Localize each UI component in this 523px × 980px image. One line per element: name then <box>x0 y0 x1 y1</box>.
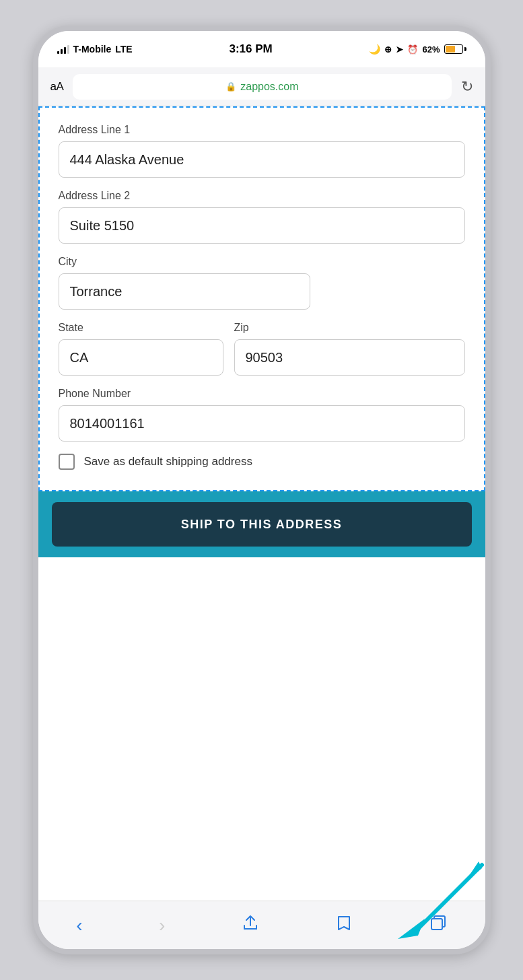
address-form: Address Line 1 Address Line 2 City <box>38 106 485 491</box>
carrier-info: T-Mobile LTE <box>57 44 133 55</box>
battery-percent: 62% <box>422 44 440 55</box>
zip-label: Zip <box>234 322 465 334</box>
url-text: zappos.com <box>240 81 298 93</box>
share-button[interactable] <box>242 914 259 936</box>
address-line-2-section: Address Line 2 <box>59 190 465 244</box>
aa-button[interactable]: aA <box>50 80 64 94</box>
arrow-icon: ➤ <box>396 44 403 55</box>
zip-section: Zip <box>234 322 465 376</box>
address-line-2-input[interactable] <box>59 207 465 244</box>
phone-label: Phone Number <box>59 388 465 400</box>
browser-bar: aA 🔒 zappos.com ↻ <box>38 67 485 106</box>
city-label: City <box>59 256 465 268</box>
city-input[interactable] <box>59 273 310 310</box>
state-section: State <box>59 322 223 376</box>
alarm-icon: ⏰ <box>407 44 418 55</box>
default-address-checkbox-row[interactable]: Save as default shipping address <box>59 454 465 470</box>
carrier-name: T-Mobile <box>73 44 112 55</box>
address-line-1-label: Address Line 1 <box>59 124 465 136</box>
back-button[interactable]: ‹ <box>76 915 82 936</box>
url-bar[interactable]: 🔒 zappos.com <box>73 74 451 100</box>
form-content: Address Line 1 Address Line 2 City <box>38 106 485 901</box>
time-display: 3:16 PM <box>229 42 272 56</box>
phone-input[interactable] <box>59 405 465 442</box>
moon-icon: 🌙 <box>369 44 380 55</box>
default-address-checkbox[interactable] <box>59 454 75 470</box>
battery-icon <box>444 44 466 54</box>
ship-button-area: SHIP TO THIS ADDRESS <box>38 491 485 557</box>
bookmarks-button[interactable] <box>335 914 353 936</box>
tabs-button[interactable] <box>429 914 447 936</box>
state-input[interactable] <box>59 339 223 376</box>
ship-to-address-button[interactable]: SHIP TO THIS ADDRESS <box>52 502 472 547</box>
bottom-nav: ‹ › <box>38 901 485 949</box>
reload-button[interactable]: ↻ <box>461 78 473 96</box>
default-address-label: Save as default shipping address <box>84 455 252 468</box>
address-line-1-section: Address Line 1 <box>59 124 465 178</box>
zip-input[interactable] <box>234 339 465 376</box>
address-line-2-label: Address Line 2 <box>59 190 465 202</box>
state-label: State <box>59 322 223 334</box>
status-icons: 🌙 ⊕ ➤ ⏰ 62% <box>369 44 466 55</box>
status-bar: T-Mobile LTE 3:16 PM 🌙 ⊕ ➤ ⏰ 62% <box>38 31 485 67</box>
state-zip-row: State Zip <box>59 322 465 376</box>
network-type: LTE <box>115 44 132 55</box>
address-line-1-input[interactable] <box>59 141 465 178</box>
svg-rect-0 <box>431 919 442 930</box>
lock-icon: 🔒 <box>225 81 236 92</box>
phone-section: Phone Number <box>59 388 465 442</box>
signal-icon <box>57 44 69 54</box>
forward-button[interactable]: › <box>159 915 165 936</box>
city-section: City <box>59 256 465 310</box>
location-icon: ⊕ <box>384 44 392 55</box>
